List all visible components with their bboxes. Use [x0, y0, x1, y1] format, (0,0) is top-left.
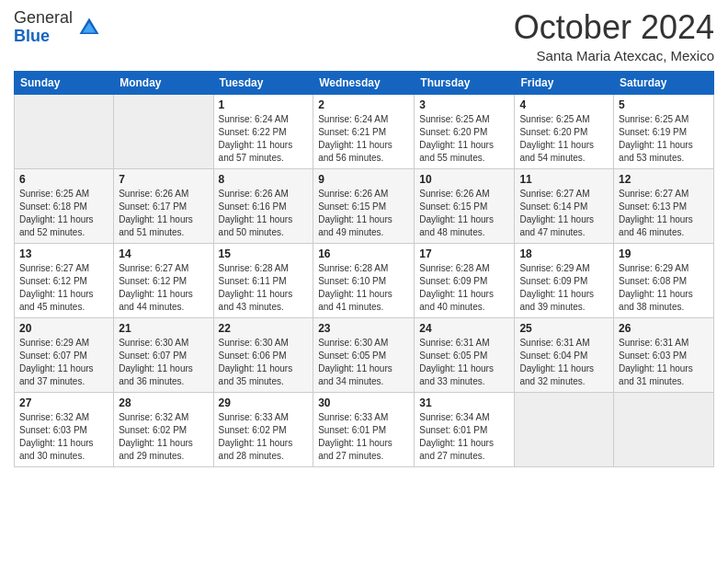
- calendar-cell: 24Sunrise: 6:31 AMSunset: 6:05 PMDayligh…: [415, 317, 515, 392]
- subtitle: Santa Maria Atexcac, Mexico: [514, 48, 714, 63]
- logo-icon: [76, 15, 102, 40]
- day-info: Sunrise: 6:33 AMSunset: 6:01 PMDaylight:…: [318, 411, 409, 463]
- calendar-cell: 22Sunrise: 6:30 AMSunset: 6:06 PMDayligh…: [213, 317, 313, 392]
- calendar-cell: 4Sunrise: 6:25 AMSunset: 6:20 PMDaylight…: [515, 94, 614, 168]
- title-section: October 2024 Santa Maria Atexcac, Mexico: [514, 9, 714, 63]
- day-number: 23: [318, 322, 409, 335]
- day-number: 1: [219, 98, 309, 111]
- day-info: Sunrise: 6:25 AMSunset: 6:20 PMDaylight:…: [419, 113, 509, 165]
- day-info: Sunrise: 6:25 AMSunset: 6:19 PMDaylight:…: [619, 113, 709, 165]
- calendar-cell: 27Sunrise: 6:32 AMSunset: 6:03 PMDayligh…: [15, 392, 114, 466]
- day-info: Sunrise: 6:32 AMSunset: 6:02 PMDaylight:…: [119, 411, 208, 463]
- calendar-cell: [15, 94, 114, 168]
- day-info: Sunrise: 6:31 AMSunset: 6:04 PMDaylight:…: [519, 337, 609, 388]
- day-number: 16: [318, 247, 409, 260]
- day-number: 13: [19, 247, 108, 260]
- calendar-cell: 28Sunrise: 6:32 AMSunset: 6:02 PMDayligh…: [114, 392, 213, 466]
- calendar-cell: 19Sunrise: 6:29 AMSunset: 6:08 PMDayligh…: [614, 243, 714, 317]
- day-number: 27: [19, 396, 108, 409]
- day-number: 3: [419, 98, 509, 111]
- calendar-cell: 16Sunrise: 6:28 AMSunset: 6:10 PMDayligh…: [313, 243, 415, 317]
- day-info: Sunrise: 6:31 AMSunset: 6:05 PMDaylight:…: [419, 337, 509, 388]
- calendar-week-5: 27Sunrise: 6:32 AMSunset: 6:03 PMDayligh…: [15, 392, 714, 466]
- day-info: Sunrise: 6:33 AMSunset: 6:02 PMDaylight:…: [219, 411, 309, 463]
- day-number: 22: [219, 322, 309, 335]
- day-info: Sunrise: 6:29 AMSunset: 6:07 PMDaylight:…: [19, 337, 108, 388]
- calendar-cell: [114, 94, 213, 168]
- calendar-cell: 18Sunrise: 6:29 AMSunset: 6:09 PMDayligh…: [515, 243, 614, 317]
- day-number: 12: [619, 173, 709, 186]
- calendar: SundayMondayTuesdayWednesdayThursdayFrid…: [14, 71, 714, 467]
- calendar-cell: 23Sunrise: 6:30 AMSunset: 6:05 PMDayligh…: [313, 317, 415, 392]
- calendar-cell: 17Sunrise: 6:28 AMSunset: 6:09 PMDayligh…: [415, 243, 515, 317]
- day-info: Sunrise: 6:26 AMSunset: 6:17 PMDaylight:…: [119, 188, 208, 239]
- logo-blue: Blue: [14, 28, 73, 46]
- day-number: 26: [619, 322, 709, 335]
- calendar-cell: 2Sunrise: 6:24 AMSunset: 6:21 PMDaylight…: [313, 94, 415, 168]
- day-info: Sunrise: 6:34 AMSunset: 6:01 PMDaylight:…: [419, 411, 509, 463]
- day-number: 8: [219, 173, 309, 186]
- calendar-header-friday: Friday: [515, 71, 614, 94]
- day-info: Sunrise: 6:27 AMSunset: 6:12 PMDaylight:…: [119, 262, 208, 314]
- calendar-header-row: SundayMondayTuesdayWednesdayThursdayFrid…: [15, 71, 714, 94]
- calendar-cell: 5Sunrise: 6:25 AMSunset: 6:19 PMDaylight…: [614, 94, 714, 168]
- day-number: 28: [119, 396, 208, 409]
- calendar-cell: 31Sunrise: 6:34 AMSunset: 6:01 PMDayligh…: [415, 392, 515, 466]
- calendar-cell: 11Sunrise: 6:27 AMSunset: 6:14 PMDayligh…: [515, 168, 614, 243]
- day-info: Sunrise: 6:28 AMSunset: 6:11 PMDaylight:…: [219, 262, 309, 314]
- calendar-cell: 14Sunrise: 6:27 AMSunset: 6:12 PMDayligh…: [114, 243, 213, 317]
- calendar-cell: 20Sunrise: 6:29 AMSunset: 6:07 PMDayligh…: [15, 317, 114, 392]
- calendar-cell: 25Sunrise: 6:31 AMSunset: 6:04 PMDayligh…: [515, 317, 614, 392]
- day-number: 24: [419, 322, 509, 335]
- day-info: Sunrise: 6:30 AMSunset: 6:06 PMDaylight:…: [219, 337, 309, 388]
- day-info: Sunrise: 6:29 AMSunset: 6:09 PMDaylight:…: [519, 262, 609, 314]
- day-info: Sunrise: 6:24 AMSunset: 6:21 PMDaylight:…: [318, 113, 409, 165]
- calendar-week-4: 20Sunrise: 6:29 AMSunset: 6:07 PMDayligh…: [15, 317, 714, 392]
- day-info: Sunrise: 6:27 AMSunset: 6:12 PMDaylight:…: [19, 262, 108, 314]
- day-number: 29: [219, 396, 309, 409]
- day-number: 20: [19, 322, 108, 335]
- calendar-cell: [614, 392, 714, 466]
- calendar-header-monday: Monday: [114, 71, 213, 94]
- day-info: Sunrise: 6:28 AMSunset: 6:10 PMDaylight:…: [318, 262, 409, 314]
- day-number: 4: [519, 98, 609, 111]
- calendar-cell: 29Sunrise: 6:33 AMSunset: 6:02 PMDayligh…: [213, 392, 313, 466]
- calendar-cell: 21Sunrise: 6:30 AMSunset: 6:07 PMDayligh…: [114, 317, 213, 392]
- day-info: Sunrise: 6:26 AMSunset: 6:15 PMDaylight:…: [318, 188, 409, 239]
- calendar-cell: 13Sunrise: 6:27 AMSunset: 6:12 PMDayligh…: [15, 243, 114, 317]
- calendar-week-2: 6Sunrise: 6:25 AMSunset: 6:18 PMDaylight…: [15, 168, 714, 243]
- day-number: 9: [318, 173, 409, 186]
- calendar-cell: 6Sunrise: 6:25 AMSunset: 6:18 PMDaylight…: [15, 168, 114, 243]
- day-number: 10: [419, 173, 509, 186]
- day-number: 21: [119, 322, 208, 335]
- day-number: 6: [19, 173, 108, 186]
- day-number: 2: [318, 98, 409, 111]
- day-number: 11: [519, 173, 609, 186]
- logo-general: General: [14, 9, 73, 28]
- day-info: Sunrise: 6:26 AMSunset: 6:15 PMDaylight:…: [419, 188, 509, 239]
- day-number: 30: [318, 396, 409, 409]
- calendar-cell: 26Sunrise: 6:31 AMSunset: 6:03 PMDayligh…: [614, 317, 714, 392]
- calendar-cell: 1Sunrise: 6:24 AMSunset: 6:22 PMDaylight…: [213, 94, 313, 168]
- day-number: 25: [519, 322, 609, 335]
- logo: General Blue: [14, 9, 102, 46]
- calendar-cell: 10Sunrise: 6:26 AMSunset: 6:15 PMDayligh…: [415, 168, 515, 243]
- day-number: 18: [519, 247, 609, 260]
- calendar-header-tuesday: Tuesday: [213, 71, 313, 94]
- calendar-cell: 30Sunrise: 6:33 AMSunset: 6:01 PMDayligh…: [313, 392, 415, 466]
- calendar-cell: 8Sunrise: 6:26 AMSunset: 6:16 PMDaylight…: [213, 168, 313, 243]
- day-info: Sunrise: 6:30 AMSunset: 6:05 PMDaylight:…: [318, 337, 409, 388]
- day-info: Sunrise: 6:31 AMSunset: 6:03 PMDaylight:…: [619, 337, 709, 388]
- day-info: Sunrise: 6:32 AMSunset: 6:03 PMDaylight:…: [19, 411, 108, 463]
- day-number: 31: [419, 396, 509, 409]
- calendar-cell: 7Sunrise: 6:26 AMSunset: 6:17 PMDaylight…: [114, 168, 213, 243]
- calendar-header-saturday: Saturday: [614, 71, 714, 94]
- day-info: Sunrise: 6:27 AMSunset: 6:13 PMDaylight:…: [619, 188, 709, 239]
- calendar-cell: 3Sunrise: 6:25 AMSunset: 6:20 PMDaylight…: [415, 94, 515, 168]
- calendar-week-1: 1Sunrise: 6:24 AMSunset: 6:22 PMDaylight…: [15, 94, 714, 168]
- calendar-cell: 15Sunrise: 6:28 AMSunset: 6:11 PMDayligh…: [213, 243, 313, 317]
- calendar-week-3: 13Sunrise: 6:27 AMSunset: 6:12 PMDayligh…: [15, 243, 714, 317]
- calendar-cell: [515, 392, 614, 466]
- day-info: Sunrise: 6:26 AMSunset: 6:16 PMDaylight:…: [219, 188, 309, 239]
- day-number: 5: [619, 98, 709, 111]
